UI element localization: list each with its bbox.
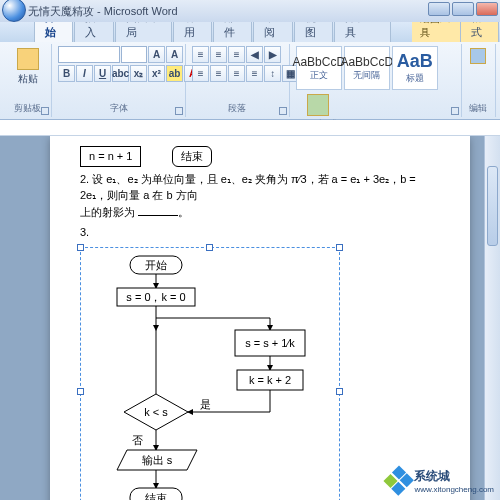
- group-clipboard: 粘贴 剪贴板: [4, 44, 52, 117]
- group-label: 段落: [192, 102, 283, 115]
- svg-text:k < s: k < s: [144, 406, 168, 418]
- subscript-button[interactable]: x₂: [130, 65, 147, 82]
- font-size-input[interactable]: [121, 46, 147, 63]
- align-left-button[interactable]: ≡: [192, 65, 209, 82]
- change-styles-icon: [307, 94, 329, 116]
- indent-dec-button[interactable]: ◀: [246, 46, 263, 63]
- window-title: 无情天魔精攻 - Microsoft Word: [28, 4, 178, 19]
- svg-text:k = k + 2: k = k + 2: [249, 374, 291, 386]
- svg-text:s = s + 1⁄k: s = s + 1⁄k: [245, 337, 295, 349]
- group-editing: 编辑: [462, 44, 496, 117]
- flowchart-selection[interactable]: 开始 s = 0，k = 0 s = s + 1⁄k k = k + 2: [80, 247, 340, 501]
- find-button[interactable]: [468, 46, 489, 68]
- titlebar: 无情天魔精攻 - Microsoft Word: [0, 0, 500, 22]
- group-label: 剪贴板: [10, 102, 45, 115]
- font-launcher[interactable]: [175, 107, 183, 115]
- resize-handle-e[interactable]: [336, 388, 343, 395]
- resize-handle-w[interactable]: [77, 388, 84, 395]
- style-heading[interactable]: AaB 标题: [392, 46, 438, 90]
- bullets-button[interactable]: ≡: [192, 46, 209, 63]
- find-icon: [470, 48, 486, 64]
- group-font: A A B I U abc x₂ x² ab A 字体: [52, 44, 186, 117]
- office-button[interactable]: [2, 0, 26, 22]
- italic-button[interactable]: I: [76, 65, 93, 82]
- watermark: 系统城 www.xitongcheng.com: [388, 468, 494, 494]
- styles-launcher[interactable]: [451, 107, 459, 115]
- vertical-scrollbar[interactable]: [484, 136, 500, 500]
- multilevel-button[interactable]: ≡: [228, 46, 245, 63]
- watermark-url: www.xitongcheng.com: [414, 485, 494, 494]
- svg-text:输出 s: 输出 s: [142, 454, 173, 466]
- highlight-button[interactable]: ab: [166, 65, 183, 82]
- line-spacing-button[interactable]: ↕: [264, 65, 281, 82]
- numbering-button[interactable]: ≡: [210, 46, 227, 63]
- minimize-button[interactable]: [428, 2, 450, 16]
- prev-fragment: n = n + 1 结束: [80, 146, 440, 167]
- paste-button[interactable]: 粘贴: [10, 46, 45, 88]
- svg-text:开始: 开始: [145, 259, 167, 271]
- resize-handle-n[interactable]: [206, 244, 213, 251]
- resize-handle-ne[interactable]: [336, 244, 343, 251]
- group-label: 编辑: [468, 102, 489, 115]
- paste-icon: [17, 48, 39, 70]
- svg-text:是: 是: [200, 398, 211, 410]
- document-area: n = n + 1 结束 2. 设 e₁、e₂ 为单位向量，且 e₁、e₂ 夹角…: [0, 136, 500, 500]
- group-paragraph: ≡ ≡ ≡ ◀ ▶ ≡ ≡ ≡ ≡ ↕ ▦ 段落: [186, 44, 290, 117]
- group-label: 字体: [58, 102, 179, 115]
- flowchart-svg: 开始 s = 0，k = 0 s = s + 1⁄k k = k + 2: [85, 252, 337, 501]
- font-family-input[interactable]: [58, 46, 120, 63]
- watermark-icon: [384, 465, 415, 496]
- ribbon: 粘贴 剪贴板 A A B I U abc x₂ x² ab A 字体: [0, 42, 500, 120]
- strike-button[interactable]: abc: [112, 65, 129, 82]
- question-3: 3.: [80, 224, 440, 241]
- indent-inc-button[interactable]: ▶: [264, 46, 281, 63]
- shrink-font-button[interactable]: A: [166, 46, 183, 63]
- svg-text:结束: 结束: [145, 492, 167, 501]
- page[interactable]: n = n + 1 结束 2. 设 e₁、e₂ 为单位向量，且 e₁、e₂ 夹角…: [50, 136, 470, 500]
- align-center-button[interactable]: ≡: [210, 65, 227, 82]
- grow-font-button[interactable]: A: [148, 46, 165, 63]
- align-right-button[interactable]: ≡: [228, 65, 245, 82]
- paragraph-launcher[interactable]: [279, 107, 287, 115]
- svg-text:否: 否: [132, 434, 143, 446]
- justify-button[interactable]: ≡: [246, 65, 263, 82]
- close-button[interactable]: [476, 2, 498, 16]
- resize-handle-nw[interactable]: [77, 244, 84, 251]
- svg-text:s = 0，k = 0: s = 0，k = 0: [126, 291, 185, 303]
- bold-button[interactable]: B: [58, 65, 75, 82]
- superscript-button[interactable]: x²: [148, 65, 165, 82]
- clipboard-launcher[interactable]: [41, 107, 49, 115]
- question-2: 2. 设 e₁、e₂ 为单位向量，且 e₁、e₂ 夹角为 π⁄3，若 a = e…: [80, 171, 440, 221]
- maximize-button[interactable]: [452, 2, 474, 16]
- style-normal[interactable]: AaBbCcD 正文: [296, 46, 342, 90]
- watermark-text: 系统城: [414, 468, 494, 485]
- underline-button[interactable]: U: [94, 65, 111, 82]
- group-styles: AaBbCcD 正文 AaBbCcD 无间隔 AaB 标题 更改样式 样式: [290, 44, 462, 117]
- style-no-spacing[interactable]: AaBbCcD 无间隔: [344, 46, 390, 90]
- ribbon-tabs: 开始 插入 页面布局 引用 邮件 审阅 视图 开发工具 绘图工具 格式: [0, 22, 500, 42]
- horizontal-ruler[interactable]: [0, 120, 500, 136]
- scrollbar-thumb[interactable]: [487, 166, 498, 246]
